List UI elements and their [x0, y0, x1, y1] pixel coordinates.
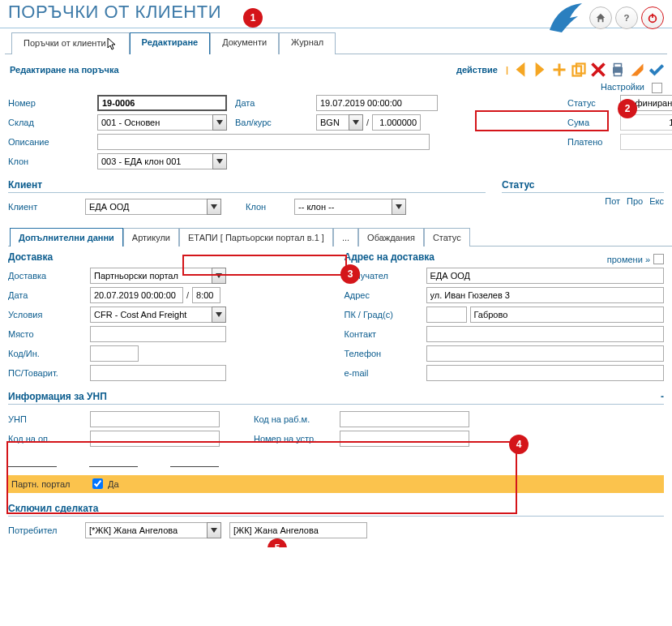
label-unp: УНП	[8, 414, 85, 424]
toolbar-divider: |	[506, 65, 508, 75]
label-client: Клиент	[8, 202, 85, 212]
subtab-articles[interactable]: Артикули	[123, 228, 179, 247]
change-checkbox[interactable]	[653, 254, 664, 264]
delivery-dropdown-icon[interactable]	[212, 268, 226, 284]
label-user: Потребител	[8, 525, 85, 535]
client-header: Клиент	[8, 179, 486, 193]
subtab-calls[interactable]: Обаждания	[358, 228, 424, 247]
input-unp[interactable]	[90, 411, 220, 427]
input-deliv-time[interactable]	[192, 287, 220, 303]
main-tabs: Поръчки от клиенти Редактиране Документи…	[5, 32, 667, 54]
label-branch: Клон	[8, 156, 89, 166]
delete-button[interactable]	[591, 62, 606, 77]
label-phone: Телефон	[345, 349, 422, 358]
label-date: Дата	[235, 98, 308, 108]
callout-3: 3	[340, 264, 360, 284]
label-zip: ПК / Град(с)	[345, 310, 422, 319]
add-button[interactable]	[552, 62, 567, 77]
confirm-button[interactable]	[649, 62, 664, 77]
flag-button[interactable]	[630, 62, 644, 77]
label-place: Място	[8, 329, 85, 339]
logo-bird	[546, 2, 586, 34]
label-devnum: Номер на устр.	[254, 434, 331, 444]
user-dropdown-icon[interactable]	[207, 522, 221, 538]
input-date[interactable]	[316, 95, 438, 111]
input-desc[interactable]	[97, 134, 430, 150]
input-email[interactable]	[426, 365, 665, 381]
input-paid	[620, 134, 672, 150]
label-email: e-mail	[345, 368, 422, 378]
status-link-eks[interactable]: Екс	[649, 196, 664, 206]
tab-edit[interactable]: Редактиране	[130, 32, 211, 54]
print-button[interactable]	[610, 62, 625, 77]
label-warehouse: Склад	[8, 118, 89, 127]
select-user[interactable]	[85, 522, 207, 538]
deal-header: Сключил сделката	[8, 503, 664, 517]
change-link[interactable]: промени »	[607, 255, 650, 264]
select-terms[interactable]	[90, 307, 212, 323]
cursor-icon	[106, 37, 118, 50]
label-opcode: Код на оп.	[8, 434, 85, 444]
input-city[interactable]	[470, 307, 665, 323]
help-button[interactable]: ?	[615, 6, 638, 29]
status-link-pro[interactable]: Про	[627, 196, 643, 206]
power-button[interactable]	[641, 6, 664, 29]
subtab-more[interactable]: ...	[333, 228, 358, 247]
input-rate[interactable]	[372, 114, 421, 131]
status-link-pot[interactable]: Пот	[605, 196, 620, 206]
currency-dropdown-icon[interactable]	[349, 114, 363, 131]
tab-journal[interactable]: Журнал	[279, 32, 336, 54]
tab-orders[interactable]: Поръчки от клиенти	[11, 32, 130, 54]
client-dropdown-icon[interactable]	[207, 199, 221, 215]
collapse-icon[interactable]: -	[661, 391, 664, 402]
input-ps[interactable]	[90, 365, 226, 381]
input-deliv-date[interactable]	[90, 287, 183, 303]
select-warehouse[interactable]	[97, 114, 212, 131]
select-client[interactable]	[85, 199, 207, 215]
input-phone[interactable]	[426, 345, 665, 362]
label-partner-portal: Партн. портал	[11, 479, 92, 489]
subtab-status[interactable]: Статус	[424, 228, 470, 247]
prev-button[interactable]	[513, 62, 528, 77]
tab-documents[interactable]: Документи	[210, 32, 279, 54]
label-ps: ПС/Товарит.	[8, 368, 85, 378]
copy-button[interactable]	[571, 62, 586, 77]
input-zip[interactable]	[426, 307, 467, 323]
settings-checkbox[interactable]	[652, 83, 662, 93]
toolbar: действие |	[456, 62, 664, 77]
input-devnum[interactable]	[340, 431, 469, 447]
terms-dropdown-icon[interactable]	[212, 307, 226, 323]
label-wscode: Код на раб.м.	[254, 414, 331, 424]
select-currency[interactable]	[316, 114, 349, 131]
checkbox-partner-portal[interactable]	[92, 478, 103, 489]
input-code[interactable]	[90, 345, 139, 362]
home-button[interactable]	[589, 6, 612, 29]
branch-dropdown-icon[interactable]	[212, 153, 227, 169]
callout-1: 1	[243, 8, 263, 28]
label-currency: Вал/курс	[235, 118, 308, 127]
partner-portal-value: Да	[108, 479, 119, 489]
input-number[interactable]	[97, 95, 227, 111]
svg-rect-6	[614, 64, 622, 68]
input-recipient[interactable]	[426, 268, 665, 284]
select-delivery[interactable]	[90, 268, 212, 284]
input-opcode[interactable]	[90, 431, 220, 447]
subtab-additional[interactable]: Допълнителни данни	[10, 228, 123, 247]
select-client-branch[interactable]	[294, 199, 392, 215]
client-branch-dropdown-icon[interactable]	[392, 199, 406, 215]
input-wscode[interactable]	[340, 411, 469, 427]
label-status: Статус	[567, 98, 612, 108]
label-delivery: Доставка	[8, 271, 85, 281]
delivery-header: Доставка	[8, 251, 328, 263]
action-label[interactable]: действие	[456, 65, 498, 75]
warehouse-dropdown-icon[interactable]	[212, 114, 227, 131]
input-place[interactable]	[90, 326, 226, 342]
input-address[interactable]	[426, 287, 665, 303]
label-address: Адрес	[345, 290, 422, 300]
subtab-stages[interactable]: ЕТАПИ [ Партьорски портал в.1 ]	[179, 228, 333, 247]
input-contact[interactable]	[426, 326, 665, 342]
select-branch[interactable]	[97, 153, 212, 169]
next-button[interactable]	[533, 62, 547, 77]
input-user-text[interactable]	[229, 522, 367, 538]
settings-link[interactable]: Настройки	[601, 82, 644, 92]
